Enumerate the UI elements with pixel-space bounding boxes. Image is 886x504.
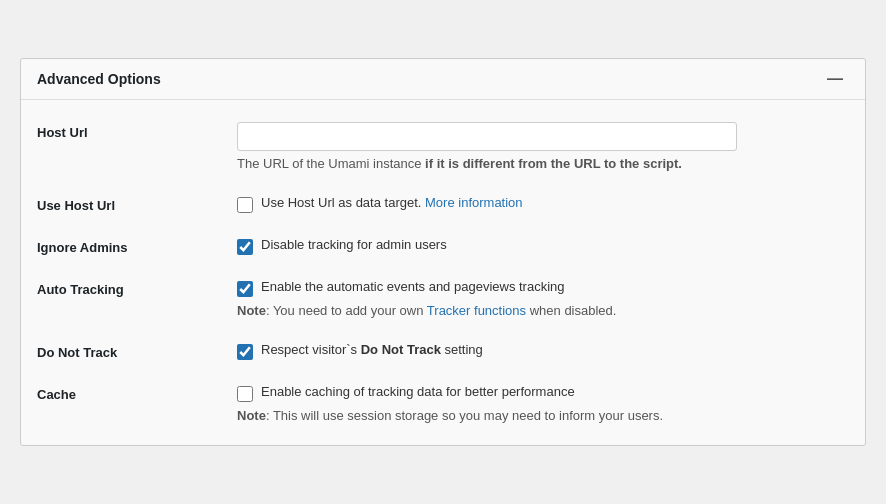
host-url-label: Host Url	[37, 122, 237, 140]
ignore-admins-checkbox[interactable]	[237, 239, 253, 255]
cache-checkbox-row: Enable caching of tracking data for bett…	[237, 384, 849, 402]
cache-checkbox-label[interactable]: Enable caching of tracking data for bett…	[261, 384, 575, 399]
do-not-track-checkbox-row: Respect visitor`s Do Not Track setting	[237, 342, 849, 360]
cache-label: Cache	[37, 384, 237, 402]
ignore-admins-row: Ignore Admins Disable tracking for admin…	[21, 225, 865, 267]
panel-body: Host Url The URL of the Umami instance i…	[21, 100, 865, 445]
do-not-track-control: Respect visitor`s Do Not Track setting	[237, 342, 849, 360]
use-host-url-checkbox-label[interactable]: Use Host Url as data target. More inform…	[261, 195, 523, 210]
do-not-track-label: Do Not Track	[37, 342, 237, 360]
host-url-description: The URL of the Umami instance if it is d…	[237, 156, 849, 171]
ignore-admins-label: Ignore Admins	[37, 237, 237, 255]
auto-tracking-checkbox-row: Enable the automatic events and pageview…	[237, 279, 849, 297]
auto-tracking-checkbox-label[interactable]: Enable the automatic events and pageview…	[261, 279, 565, 294]
ignore-admins-checkbox-label[interactable]: Disable tracking for admin users	[261, 237, 447, 252]
do-not-track-row: Do Not Track Respect visitor`s Do Not Tr…	[21, 330, 865, 372]
tracker-functions-link[interactable]: Tracker functions	[427, 303, 526, 318]
auto-tracking-checkbox[interactable]	[237, 281, 253, 297]
use-host-url-control: Use Host Url as data target. More inform…	[237, 195, 849, 213]
advanced-options-panel: Advanced Options — Host Url The URL of t…	[20, 58, 866, 446]
use-host-url-more-info-link[interactable]: More information	[425, 195, 523, 210]
auto-tracking-control: Enable the automatic events and pageview…	[237, 279, 849, 318]
panel-toggle-button[interactable]: —	[821, 69, 849, 89]
ignore-admins-checkbox-row: Disable tracking for admin users	[237, 237, 849, 255]
do-not-track-checkbox[interactable]	[237, 344, 253, 360]
cache-checkbox[interactable]	[237, 386, 253, 402]
use-host-url-checkbox-row: Use Host Url as data target. More inform…	[237, 195, 849, 213]
do-not-track-checkbox-label[interactable]: Respect visitor`s Do Not Track setting	[261, 342, 483, 357]
ignore-admins-control: Disable tracking for admin users	[237, 237, 849, 255]
host-url-row: Host Url The URL of the Umami instance i…	[21, 110, 865, 183]
panel-title: Advanced Options	[37, 71, 161, 87]
cache-note: Note: This will use session storage so y…	[237, 408, 849, 423]
auto-tracking-label: Auto Tracking	[37, 279, 237, 297]
use-host-url-row: Use Host Url Use Host Url as data target…	[21, 183, 865, 225]
use-host-url-label: Use Host Url	[37, 195, 237, 213]
host-url-control: The URL of the Umami instance if it is d…	[237, 122, 849, 171]
use-host-url-checkbox[interactable]	[237, 197, 253, 213]
panel-header: Advanced Options —	[21, 59, 865, 100]
host-url-input[interactable]	[237, 122, 737, 151]
auto-tracking-row: Auto Tracking Enable the automatic event…	[21, 267, 865, 330]
cache-row: Cache Enable caching of tracking data fo…	[21, 372, 865, 435]
cache-control: Enable caching of tracking data for bett…	[237, 384, 849, 423]
auto-tracking-note: Note: You need to add your own Tracker f…	[237, 303, 849, 318]
